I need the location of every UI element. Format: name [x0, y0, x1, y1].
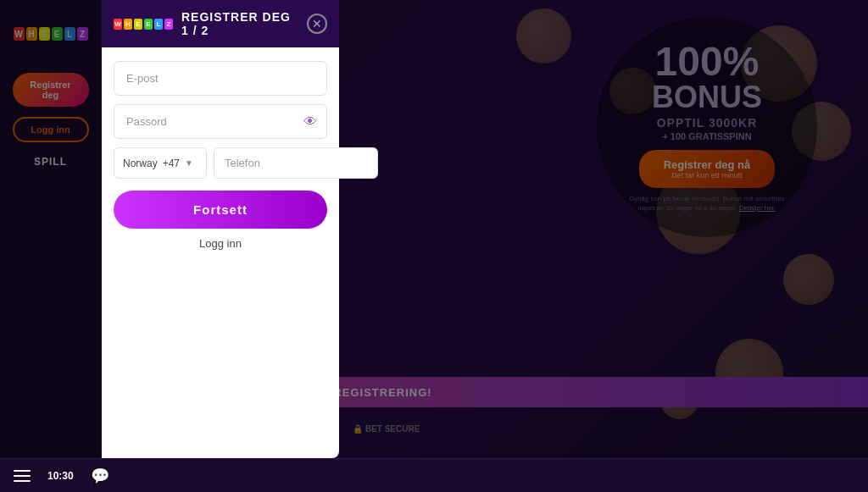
- hamburger-menu-icon[interactable]: [14, 470, 31, 482]
- modal-title: REGISTRER DEG 1 / 2: [181, 10, 298, 37]
- country-code: +47: [163, 158, 180, 169]
- bottom-bar: 10:30 💬: [0, 458, 868, 492]
- phone-input[interactable]: [214, 147, 378, 179]
- clock: 10:30: [47, 470, 74, 482]
- modal-logo-e2: E: [144, 19, 153, 30]
- modal-logo-w: W: [114, 19, 122, 30]
- modal-body: 👁 Norway +47 ▼ Fortsett Logg inn: [102, 47, 339, 458]
- modal-logo-z: Z: [164, 19, 173, 30]
- password-input[interactable]: [114, 104, 327, 139]
- submit-button[interactable]: Fortsett: [114, 191, 327, 229]
- phone-row: Norway +47 ▼: [114, 147, 327, 179]
- modal-header: W H E E L Z REGISTRER DEG 1 / 2 ✕: [102, 0, 339, 47]
- email-input[interactable]: [114, 61, 327, 96]
- country-selector[interactable]: Norway +47 ▼: [114, 147, 207, 179]
- login-link[interactable]: Logg inn: [114, 237, 327, 250]
- modal-logo-h: H: [124, 19, 132, 30]
- show-password-icon[interactable]: 👁: [303, 114, 317, 130]
- password-field-wrap: 👁: [114, 104, 327, 139]
- country-name: Norway: [123, 158, 158, 169]
- chat-icon[interactable]: 💬: [91, 467, 109, 485]
- chevron-down-icon: ▼: [185, 158, 193, 168]
- modal-logo-l: L: [154, 19, 163, 30]
- modal-logo: W H E E L Z: [114, 19, 173, 30]
- modal-close-button[interactable]: ✕: [307, 14, 327, 34]
- modal-logo-e1: E: [134, 19, 142, 30]
- registration-modal: W H E E L Z REGISTRER DEG 1 / 2 ✕ 👁 Norw…: [102, 0, 339, 458]
